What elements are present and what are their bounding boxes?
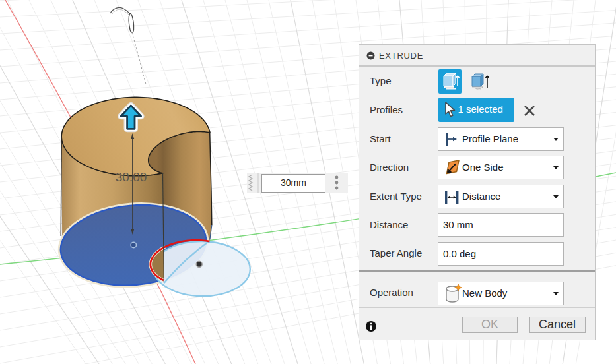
svg-text:30.00: 30.00 <box>116 170 147 184</box>
